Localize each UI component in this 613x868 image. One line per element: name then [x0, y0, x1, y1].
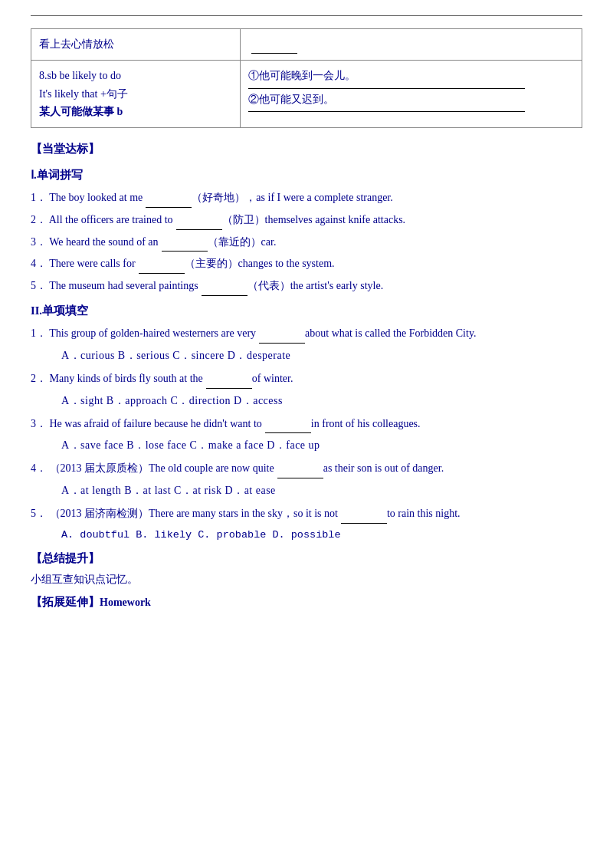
item1-blank	[146, 207, 192, 208]
q5-before: There are many stars in the sky，so it is…	[149, 508, 338, 519]
item5-num: 5．	[31, 280, 47, 291]
q1-num: 1．	[31, 327, 47, 339]
table-cell-left-2: 8.sb be likely to do It's likely that +句…	[31, 60, 241, 127]
item4-hint: （主要的）changes to the system.	[185, 258, 335, 269]
dangdang-title: 【当堂达标】	[31, 139, 582, 160]
likely-line-3: 某人可能做某事 b	[39, 103, 232, 121]
item-2: 2． All the officers are trained to（防卫）th…	[31, 210, 582, 230]
q5-num: 5．	[31, 508, 47, 519]
q3-text: 3． He was afraid of failure because he d…	[31, 414, 582, 434]
item-5: 5． The museum had several paintings（代表）t…	[31, 276, 582, 296]
table-cell-left-1: 看上去心情放松	[31, 29, 241, 61]
item5-hint: （代表）the artist's early style.	[247, 280, 384, 291]
likely-line-2: It's likely that +句子	[39, 85, 232, 104]
q5-text: 5． （2013 届济南检测）There are many stars in t…	[31, 504, 582, 524]
q3-before: He was afraid of failure because he didn…	[50, 418, 262, 429]
q2-after: of winter.	[252, 373, 293, 384]
vocabulary-table: 看上去心情放松 8.sb be likely to do It's likely…	[31, 28, 582, 128]
q4-options: A．at length B．at last C．at risk D．at eas…	[31, 481, 582, 501]
item2-hint: （防卫）themselves against knife attacks.	[222, 214, 406, 225]
table-row-1: 看上去心情放松	[31, 29, 582, 61]
q4-after: as their son is out of danger.	[323, 462, 444, 474]
q3-blank	[265, 432, 311, 433]
right-text-1: ①他可能晚到一会儿。	[248, 67, 574, 85]
zongjie-title: 【总结提升】	[31, 548, 582, 570]
q5-prefix: （2013 届济南检测）	[50, 508, 149, 519]
item-1: 1． The boy looked at me（好奇地），as if I wer…	[31, 188, 582, 208]
q4-num: 4．	[31, 462, 47, 474]
item5-blank	[202, 295, 247, 296]
cell-text-1: 看上去心情放松	[39, 38, 114, 50]
blank-line-1	[248, 88, 525, 89]
table-row-2: 8.sb be likely to do It's likely that +句…	[31, 60, 582, 127]
zongjie-content: 小组互查知识点记忆。	[31, 570, 582, 590]
q2-before: Many kinds of birds fly south at the	[50, 373, 203, 384]
item3-num: 3．	[31, 236, 47, 248]
item3-blank	[162, 251, 208, 252]
item3-text: We heard the sound of an	[49, 236, 158, 248]
table-cell-right-2: ①他可能晚到一会儿。 ②他可能又迟到。	[241, 60, 582, 127]
tuozhan-title: 【拓展延伸】	[31, 596, 100, 608]
item5-text: The museum had several paintings	[49, 280, 198, 291]
q4-text: 4． （2013 届太原质检）The old couple are now qu…	[31, 459, 582, 478]
top-divider	[31, 15, 582, 16]
blank-line-2	[248, 111, 525, 112]
blank-line-short	[251, 53, 297, 54]
item3-hint: （靠近的）car.	[208, 236, 277, 248]
q2-num: 2．	[31, 373, 47, 384]
section2-title: II.单项填空	[31, 301, 582, 321]
item1-hint: （好奇地），as if I were a complete stranger.	[192, 192, 392, 203]
q4-before: The old couple are now quite	[149, 462, 274, 474]
q5-blank	[341, 523, 387, 524]
table-cell-right-1	[241, 29, 582, 61]
q3-options: A．save face B．lose face C．make a face D．…	[31, 436, 582, 455]
q5-options: A. doubtful B. likely C. probable D. pos…	[31, 526, 582, 545]
q1-after: about what is called the Forbidden City.	[305, 327, 476, 339]
q2-blank	[206, 388, 252, 389]
item4-num: 4．	[31, 258, 47, 269]
likely-line-1: 8.sb be likely to do	[39, 67, 232, 85]
q3-after: in front of his colleagues.	[311, 418, 421, 429]
item-3: 3． We heard the sound of an（靠近的）car.	[31, 232, 582, 252]
item4-text: There were calls for	[49, 258, 135, 269]
q3-num: 3．	[31, 418, 47, 429]
item1-num: 1．	[31, 192, 47, 203]
section1-title: Ⅰ.单词拼写	[31, 165, 582, 186]
tuozhan-section: 【拓展延伸】Homework	[31, 592, 582, 613]
item1-the: The boy looked at me	[49, 192, 143, 203]
item2-blank	[176, 229, 222, 230]
tuozhan-content: Homework	[100, 597, 151, 608]
item2-num: 2．	[31, 214, 47, 225]
q1-options: A．curious B．serious C．sincere D．desperat…	[31, 346, 582, 366]
item-4: 4． There were calls for（主要的）changes to t…	[31, 254, 582, 274]
q2-options: A．sight B．approach C．direction D．access	[31, 391, 582, 411]
q1-before: This group of golden-haired westerners a…	[49, 327, 256, 339]
q5-after: to rain this night.	[387, 508, 461, 519]
q4-prefix: （2013 届太原质检）	[50, 462, 149, 474]
item2-text: All the officers are trained to	[49, 214, 173, 225]
item4-blank	[139, 273, 185, 274]
right-text-2: ②他可能又迟到。	[248, 90, 574, 109]
q4-blank	[277, 478, 323, 478]
q2-text: 2． Many kinds of birds fly south at theo…	[31, 369, 582, 389]
q1-blank	[259, 343, 305, 344]
dangdang-section: 【当堂达标】 Ⅰ.单词拼写 1． The boy looked at me（好奇…	[31, 139, 582, 613]
q1-text: 1． This group of golden-haired westerner…	[31, 324, 582, 344]
